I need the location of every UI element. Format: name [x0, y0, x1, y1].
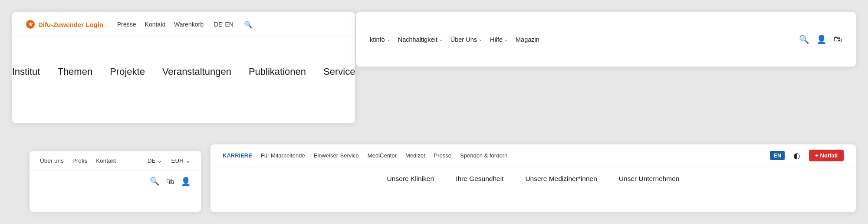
card-shop: Über uns Profis Kontakt DE ⌄ EUR ⌄ 🔍 🛍 👤 — [30, 151, 201, 212]
difu-lang: DE EN — [214, 21, 233, 28]
search-icon[interactable]: 🔍 — [150, 177, 159, 186]
hospital-karriere-link[interactable]: KARRIERE — [223, 152, 252, 159]
ecom-nav: ktinfo ⌄ Nachhaltigkeit ⌄ Über Uns ⌄ Hil… — [370, 36, 790, 43]
shop-kontakt-link[interactable]: Kontakt — [96, 157, 116, 164]
shop-topbar: Über uns Profis Kontakt DE ⌄ EUR ⌄ — [30, 151, 201, 171]
search-icon[interactable]: 🔍 — [244, 20, 253, 29]
difu-topbar: ★ Difu-Zuwender Login Presse Kontakt War… — [12, 12, 355, 37]
hospital-nav-mediziner[interactable]: Unsere Mediziner*innen — [525, 175, 597, 183]
chevron-down-icon: ⌄ — [439, 37, 443, 42]
difu-topbar-nav: Presse Kontakt Warenkorb — [117, 21, 204, 28]
shop-ueber-uns-link[interactable]: Über uns — [40, 157, 64, 164]
user-icon[interactable]: 👤 — [181, 177, 191, 186]
hospital-medizet-link[interactable]: Medizet — [405, 152, 425, 159]
difu-logo-icon: ★ — [26, 20, 35, 29]
hospital-nav-gesundheit[interactable]: Ihre Gesundheit — [456, 175, 503, 183]
difu-presse-link[interactable]: Presse — [117, 21, 136, 28]
ecom-ueber-uns-label: Über Uns — [450, 36, 477, 43]
chevron-down-icon: ⌄ — [504, 37, 508, 42]
hospital-topbar: KARRIERE Für Mitarbeitende Einweiser-Ser… — [210, 144, 856, 167]
difu-lang-en[interactable]: EN — [225, 21, 233, 28]
user-icon[interactable]: 👤 — [816, 34, 827, 44]
difu-nav-publikationen[interactable]: Publikationen — [249, 66, 306, 77]
bag-icon[interactable]: 🛍 — [834, 35, 842, 44]
hospital-spenden-link[interactable]: Spenden & fördern — [460, 152, 507, 159]
difu-main-nav: Institut Themen Projekte Veranstaltungen… — [12, 37, 355, 107]
search-icon[interactable]: 🔍 — [799, 34, 809, 44]
difu-nav-themen[interactable]: Themen — [57, 66, 92, 77]
shop-currency-selector[interactable]: EUR ⌄ — [171, 157, 191, 164]
hospital-medicenter-link[interactable]: MediCenter — [368, 152, 397, 159]
difu-warenkorb-link[interactable]: Warenkorb — [174, 21, 204, 28]
shop-action-icons: 🔍 🛍 👤 — [30, 171, 201, 192]
ecom-magazin-label: Magazin — [516, 36, 539, 43]
difu-kontakt-link[interactable]: Kontakt — [145, 21, 165, 28]
hospital-lang-button[interactable]: EN — [770, 151, 785, 160]
notfall-button[interactable]: + Notfall — [809, 150, 844, 161]
chevron-down-icon: ⌄ — [387, 37, 390, 42]
basket-icon[interactable]: 🛍 — [166, 177, 174, 186]
difu-logo[interactable]: ★ Difu-Zuwender Login — [26, 20, 103, 29]
difu-nav-institut[interactable]: Institut — [12, 66, 40, 77]
ecom-nav-ktinfo[interactable]: ktinfo ⌄ — [370, 36, 390, 43]
difu-nav-projekte[interactable]: Projekte — [110, 66, 145, 77]
difu-nav-veranstaltungen[interactable]: Veranstaltungen — [162, 66, 231, 77]
hospital-nav-kliniken[interactable]: Unsere Kliniken — [387, 175, 434, 183]
chevron-down-icon: ⌄ — [185, 157, 191, 164]
card-ecom: ktinfo ⌄ Nachhaltigkeit ⌄ Über Uns ⌄ Hil… — [356, 12, 856, 67]
shop-lang-selector[interactable]: DE ⌄ — [148, 157, 163, 164]
chevron-down-icon: ⌄ — [157, 157, 162, 164]
shop-profis-link[interactable]: Profis — [72, 157, 88, 164]
card-difu: ★ Difu-Zuwender Login Presse Kontakt War… — [12, 12, 355, 123]
hospital-einweiser-link[interactable]: Einweiser-Service — [314, 152, 359, 159]
difu-logo-text: Difu-Zuwender Login — [38, 21, 103, 28]
difu-nav-service[interactable]: Service — [323, 66, 355, 77]
ecom-nav-hilfe[interactable]: Hilfe ⌄ — [490, 36, 508, 43]
ecom-nav-nachhaltigkeit[interactable]: Nachhaltigkeit ⌄ — [398, 36, 443, 43]
ecom-nachhaltigkeit-label: Nachhaltigkeit — [398, 36, 437, 43]
theme-toggle-icon[interactable]: ◐ — [793, 151, 800, 160]
chevron-down-icon: ⌄ — [479, 37, 482, 42]
ecom-hilfe-label: Hilfe — [490, 36, 503, 43]
hospital-main-nav: Unsere Kliniken Ihre Gesundheit Unsere M… — [210, 167, 856, 191]
ecom-nav-magazin[interactable]: Magazin — [516, 36, 539, 43]
card-hospital: KARRIERE Für Mitarbeitende Einweiser-Ser… — [210, 144, 856, 212]
ecom-ktinfo-label: ktinfo — [370, 36, 385, 43]
ecom-nav-ueber-uns[interactable]: Über Uns ⌄ — [450, 36, 482, 43]
shop-currency-value: EUR — [171, 157, 184, 164]
hospital-mitarbeitende-link[interactable]: Für Mitarbeitende — [261, 152, 305, 159]
ecom-icons: 🔍 👤 🛍 — [799, 34, 842, 44]
difu-lang-de[interactable]: DE — [214, 21, 222, 28]
hospital-presse-link[interactable]: Presse — [434, 152, 451, 159]
hospital-nav-unternehmen[interactable]: Unser Unternehmen — [619, 175, 680, 183]
shop-lang-value: DE — [148, 157, 156, 164]
